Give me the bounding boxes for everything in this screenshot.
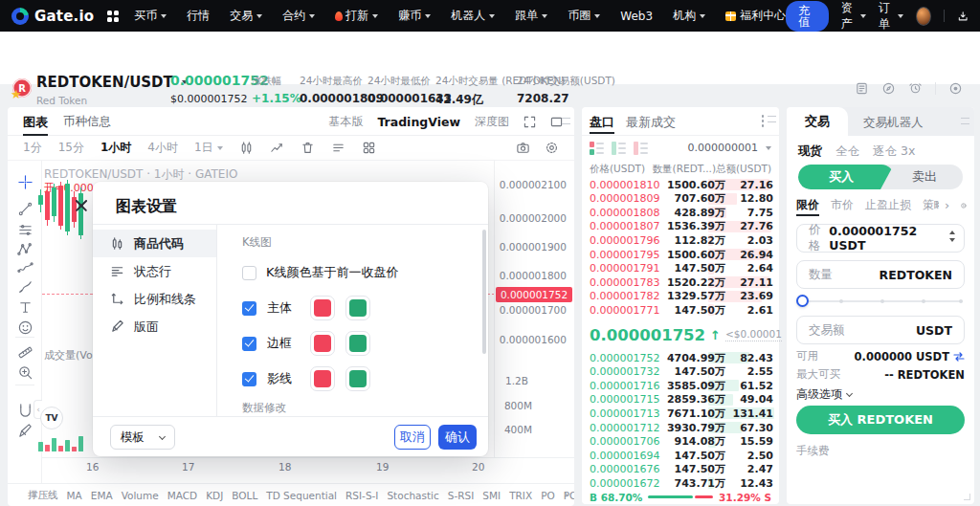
panel-drag-handle[interactable] xyxy=(961,118,969,124)
alert-icon[interactable] xyxy=(908,81,923,96)
tab-cross[interactable]: 全仓 xyxy=(835,143,859,160)
precision-select[interactable]: 0.000000001 xyxy=(688,142,771,154)
sidebar-item-canvas[interactable]: 版面 xyxy=(93,313,216,341)
ruler-tool-icon[interactable] xyxy=(17,344,33,361)
sidebar-item-symbol[interactable]: 商品代码 xyxy=(93,230,216,257)
fullscreen-icon[interactable] xyxy=(523,116,536,128)
bid-row[interactable]: 0.000001706 914.08万 15.59 xyxy=(582,434,779,449)
cancel-button[interactable]: 取消 xyxy=(394,425,431,450)
buy-tab[interactable]: 买入 xyxy=(798,165,894,189)
tab-limit[interactable]: 限价 xyxy=(796,197,819,213)
indicator-item[interactable]: KDJ xyxy=(206,490,223,501)
info-icon[interactable] xyxy=(961,200,967,211)
ask-row[interactable]: 0.000001808 428.89万 7.75 xyxy=(582,206,779,220)
deposit-button[interactable]: 充值 xyxy=(786,1,829,32)
crosshair-tool-icon[interactable] xyxy=(17,174,33,190)
slider-handle[interactable] xyxy=(796,295,809,307)
indicator-item[interactable]: PO xyxy=(541,490,555,501)
tab-isolated[interactable]: 逐仓 3x xyxy=(873,143,915,160)
ask-row[interactable]: 0.000001783 1520.22万 27.11 xyxy=(582,275,779,290)
panel-drag-handle[interactable] xyxy=(562,118,570,124)
last-price-row[interactable]: 0.000001752 ↑ <$0.00001 › xyxy=(590,321,771,348)
camera-icon[interactable] xyxy=(516,141,530,155)
bid-row[interactable]: 0.000001713 7671.10万 131.41 xyxy=(582,407,779,421)
bid-row[interactable]: 0.000001715 2859.36万 49.04 xyxy=(582,393,779,407)
indicator-item[interactable]: S-RSI xyxy=(448,490,475,501)
sell-tab[interactable]: 卖出 xyxy=(886,165,963,189)
assets-menu[interactable]: 资产 xyxy=(841,0,866,33)
modal-scrollbar[interactable] xyxy=(482,230,486,354)
indicator-item[interactable]: EMA xyxy=(91,490,113,501)
bid-row[interactable]: 0.000001694 147.50万 2.50 xyxy=(582,449,779,463)
indicator-item[interactable]: Stochastic xyxy=(387,490,438,501)
border-down-color-swatch[interactable] xyxy=(310,331,335,356)
indicator-item[interactable]: TD Sequential xyxy=(266,490,337,501)
tab-chart[interactable]: 图表 xyxy=(23,114,48,131)
text-tool-icon[interactable] xyxy=(17,299,33,316)
tab-coin-info[interactable]: 币种信息 xyxy=(63,114,111,130)
indicator-item[interactable]: 撑压线 xyxy=(28,489,58,502)
ask-row[interactable]: 0.000001810 1500.60万 27.16 xyxy=(582,178,779,192)
ask-row[interactable]: 0.000001795 1500.60万 26.94 xyxy=(582,248,779,262)
resize-corner-handle[interactable] xyxy=(964,494,970,500)
confirm-button[interactable]: 确认 xyxy=(438,425,477,450)
total-field[interactable]: 交易额 USDT xyxy=(796,316,965,344)
nav-menu-item[interactable]: 赚币 xyxy=(398,8,431,24)
tf-1m[interactable]: 1分 xyxy=(23,140,42,156)
bid-row[interactable]: 0.000001676 147.50万 2.47 xyxy=(582,462,779,476)
bid-row[interactable]: 0.000001712 3930.79万 67.30 xyxy=(582,421,779,435)
ask-row[interactable]: 0.000001809 707.60万 12.80 xyxy=(582,192,779,207)
nav-menu-item[interactable]: Web3 xyxy=(620,10,653,23)
apps-grid-icon[interactable] xyxy=(107,11,119,22)
emoji-tool-icon[interactable] xyxy=(17,319,33,336)
mode-basic[interactable]: 基本版 xyxy=(328,114,363,130)
border-checkbox[interactable] xyxy=(242,337,256,351)
nav-menu-item[interactable]: 买币 xyxy=(134,8,167,24)
border-up-color-swatch[interactable] xyxy=(345,331,370,356)
chart-settings-gear-icon[interactable] xyxy=(545,141,559,155)
nav-menu-item[interactable]: 行情 xyxy=(187,8,210,24)
wick-up-color-swatch[interactable] xyxy=(345,366,370,391)
ask-row[interactable]: 0.000001782 1329.57万 23.69 xyxy=(582,289,779,303)
news-icon[interactable] xyxy=(855,81,869,96)
zoom-tool-icon[interactable] xyxy=(17,364,33,381)
ask-row[interactable]: 0.000001771 147.50万 2.61 xyxy=(582,303,779,318)
xabcd-pattern-tool-icon[interactable] xyxy=(17,241,33,257)
slider-dot[interactable] xyxy=(959,299,963,303)
sidebar-item-status-line[interactable]: 状态行 xyxy=(93,257,216,285)
nav-menu-item[interactable]: 交易 xyxy=(230,8,262,24)
trend-line-tool-icon[interactable] xyxy=(17,201,33,217)
indicator-item[interactable]: SMI xyxy=(482,490,501,501)
tf-15m[interactable]: 15分 xyxy=(58,140,84,156)
slider-dot[interactable] xyxy=(839,299,843,303)
tab-stop-limit[interactable]: 止盈止损 xyxy=(865,197,911,213)
order-tabs-more-icon[interactable]: › xyxy=(945,198,949,212)
tab-spot[interactable]: 现货 xyxy=(798,143,822,160)
amount-field[interactable]: 数量 REDTOKEN xyxy=(796,260,965,289)
tab-trades[interactable]: 最新成交 xyxy=(626,114,676,131)
parallel-lines-tool-icon[interactable] xyxy=(17,222,33,238)
view-asks-icon[interactable] xyxy=(634,142,648,155)
indicators-icon[interactable] xyxy=(270,141,284,155)
tab-market[interactable]: 市价 xyxy=(831,197,854,213)
nav-menu-item[interactable]: 机构 xyxy=(673,8,705,24)
tf-1d[interactable]: 1日 xyxy=(194,140,223,156)
indicator-item[interactable]: BOLL xyxy=(232,490,257,501)
nav-menu-item[interactable]: 合约 xyxy=(282,8,315,24)
price-step-down-icon[interactable] xyxy=(949,238,955,242)
brush-tool-icon[interactable] xyxy=(17,279,33,296)
slider-dot[interactable] xyxy=(922,299,925,303)
wick-down-color-swatch[interactable] xyxy=(310,366,335,391)
elliott-wave-tool-icon[interactable] xyxy=(17,260,33,276)
bid-row[interactable]: 0.000001672 743.71万 12.43 xyxy=(582,476,779,491)
drawing-lock-tool-icon[interactable] xyxy=(17,423,33,439)
gateio-logo[interactable]: Gate.io xyxy=(11,8,94,25)
mode-depth[interactable]: 深度图 xyxy=(475,114,509,130)
template-select[interactable]: 模板 xyxy=(110,425,175,450)
ask-row[interactable]: 0.000001796 112.82万 2.03 xyxy=(582,233,779,248)
favorite-star-icon[interactable]: ★ xyxy=(11,87,22,101)
indicator-item[interactable]: Volume xyxy=(122,490,159,501)
buy-submit-button[interactable]: 买入 REDTOKEN xyxy=(796,406,965,434)
tab-strategy[interactable]: 策略订单 xyxy=(923,197,939,213)
view-both-icon[interactable] xyxy=(590,142,604,155)
